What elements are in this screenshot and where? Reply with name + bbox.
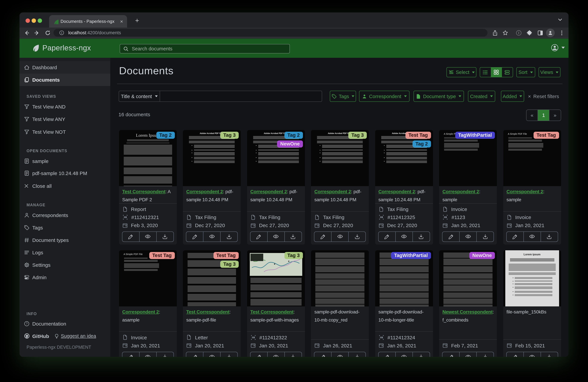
svg-text:?: ?	[26, 322, 28, 325]
